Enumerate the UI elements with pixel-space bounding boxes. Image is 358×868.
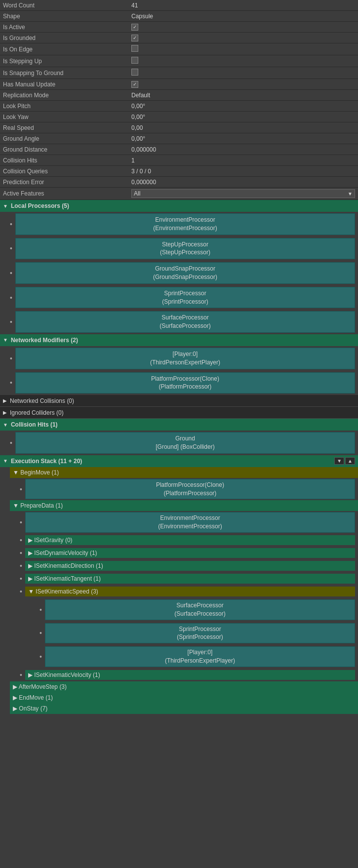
properties-list: Word Count41ShapeCapsuleIs ActiveIs Grou… xyxy=(0,0,358,200)
sub-header-label: ▶ EndMove (1) xyxy=(13,694,53,701)
execution-sub-header[interactable]: ▼ PrepareData (1) xyxy=(10,500,358,511)
property-label: Is Grounded xyxy=(3,35,131,41)
processor-item[interactable]: [Player:0](ThirdPersonExpertPlayer) xyxy=(15,348,355,369)
checkbox[interactable] xyxy=(131,69,138,76)
property-label: Real Speed xyxy=(3,124,131,131)
property-row: Ground Angle0,00° xyxy=(0,133,358,144)
bullet-icon: • xyxy=(10,355,12,362)
processor-item[interactable]: GroundSnapProcessor(GroundSnapProcessor) xyxy=(15,262,355,284)
ignored-colliders-header[interactable]: ▶Ignored Colliders (0) xyxy=(0,407,358,419)
networked-modifiers-header[interactable]: ▼Networked Modifiers (2) xyxy=(0,334,358,346)
bullet-icon: • xyxy=(40,629,42,637)
networked-collisions-header[interactable]: ▶Networked Collisions (0) xyxy=(0,395,358,407)
property-value: 1 xyxy=(131,157,355,164)
section-title: Networked Modifiers (2) xyxy=(11,337,78,344)
bullet-icon: • xyxy=(40,653,42,661)
property-label: Look Pitch xyxy=(3,103,131,110)
collision-hits-header[interactable]: ▼Collision Hits (1) xyxy=(0,419,358,431)
property-value xyxy=(131,57,355,65)
property-value xyxy=(131,45,355,53)
execution-sub-header[interactable]: ▶ OnStay (7) xyxy=(10,703,358,714)
processor-sub-item[interactable]: EnvironmentProcessor(EnvironmentProcesso… xyxy=(25,512,355,533)
sub-header-label: ▶ OnStay (7) xyxy=(13,705,47,712)
deep-processor-item[interactable]: [Player:0](ThirdPersonExpertPlayer) xyxy=(45,646,355,667)
list-item: •StepUpProcessor(StepUpProcessor) xyxy=(0,237,358,261)
sub-sub-header-inner[interactable]: ▶ ISetDynamicVelocity (1) xyxy=(25,548,355,558)
list-item: •Ground[Ground] (BoxCollider) xyxy=(0,431,358,455)
section-title: Collision Hits (1) xyxy=(11,421,58,428)
property-value: 3 / 0 / 0 xyxy=(131,168,355,175)
section-title: Local Processors (5) xyxy=(11,202,69,209)
property-label: Collision Queries xyxy=(3,168,131,175)
sub-sub-row: •▶ ISetKinematicVelocity (1) xyxy=(0,669,358,681)
processor-item[interactable]: SurfaceProcessor(SurfaceProcessor) xyxy=(15,311,355,333)
sub-sub-header-inner[interactable]: ▶ ISetKinematicVelocity (1) xyxy=(25,670,355,680)
execution-sub-header[interactable]: ▶ AfterMoveStep (3) xyxy=(10,681,358,692)
property-row: Has Manual Update xyxy=(0,79,358,90)
property-row: Active FeaturesAll▼ xyxy=(0,188,358,200)
property-label: Active Features xyxy=(3,190,131,197)
processor-item[interactable]: SprintProcessor(SprintProcessor) xyxy=(15,287,355,309)
scroll-down-button[interactable]: ▼ xyxy=(334,457,344,465)
expand-arrow-icon: ▶ xyxy=(3,398,7,403)
property-value: 0,00° xyxy=(131,135,355,142)
property-label: Has Manual Update xyxy=(3,81,131,88)
property-label: Prediction Error xyxy=(3,179,131,186)
processor-item[interactable]: PlatformProcessor(Clone)(PlatformProcess… xyxy=(15,372,355,394)
sub-sub-header-inner[interactable]: ▼ ISetKinematicSpeed (3) xyxy=(25,587,355,596)
checkbox[interactable] xyxy=(131,57,138,64)
property-value: Default xyxy=(131,92,355,99)
execution-stack-header[interactable]: ▼Execution Stack (11 + 20)▼▲ xyxy=(0,455,358,467)
processor-item[interactable]: EnvironmentProcessor(EnvironmentProcesso… xyxy=(15,213,355,235)
deep-list-item: •[Player:0](ThirdPersonExpertPlayer) xyxy=(0,645,358,669)
section-title: Execution Stack (11 + 20) xyxy=(11,458,82,465)
property-value: 0,00° xyxy=(131,103,355,110)
bullet-icon: • xyxy=(10,220,12,228)
property-value: 0,000000 xyxy=(131,179,355,186)
sub-sub-header-inner[interactable]: ▶ ISetGravity (0) xyxy=(25,535,355,545)
collapse-arrow-icon: ▼ xyxy=(3,458,8,464)
property-value xyxy=(131,69,355,77)
property-row: Is Snapping To Ground xyxy=(0,67,358,79)
deep-processor-item[interactable]: SurfaceProcessor(SurfaceProcessor) xyxy=(45,599,355,620)
execution-sub-header[interactable]: ▶ EndMove (1) xyxy=(10,692,358,703)
deep-processor-item[interactable]: SprintProcessor(SprintProcessor) xyxy=(45,623,355,644)
deep-list-item: •SurfaceProcessor(SurfaceProcessor) xyxy=(0,598,358,622)
list-item: •SprintProcessor(SprintProcessor) xyxy=(0,285,358,310)
checkbox[interactable] xyxy=(131,35,138,41)
processor-item[interactable]: StepUpProcessor(StepUpProcessor) xyxy=(15,238,355,260)
sub-sub-header-inner[interactable]: ▶ ISetKinematicTangent (1) xyxy=(25,574,355,584)
sub-sub-header-inner[interactable]: ▶ ISetKinematicDirection (1) xyxy=(25,561,355,571)
property-label: Is On Edge xyxy=(3,46,131,53)
list-item: •PlatformProcessor(Clone)(PlatformProces… xyxy=(0,371,358,395)
section-title: Networked Collisions (0) xyxy=(10,397,74,404)
list-item: •GroundSnapProcessor(GroundSnapProcessor… xyxy=(0,261,358,285)
dropdown[interactable]: All▼ xyxy=(131,189,355,198)
scroll-up-button[interactable]: ▲ xyxy=(345,457,355,465)
checkbox[interactable] xyxy=(131,24,138,31)
property-value: 0,00 xyxy=(131,124,355,131)
sub-header-label: ▶ AfterMoveStep (3) xyxy=(13,683,67,690)
bullet-icon: • xyxy=(20,485,22,493)
property-value xyxy=(131,34,355,41)
checkbox[interactable] xyxy=(131,81,138,88)
collapse-arrow-icon: ▼ xyxy=(3,203,8,209)
checkbox[interactable] xyxy=(131,45,138,52)
property-row: Is On Edge xyxy=(0,43,358,55)
sub-header-label: ▼ PrepareData (1) xyxy=(13,502,63,509)
bullet-icon: • xyxy=(10,294,12,302)
processor-item[interactable]: Ground[Ground] (BoxCollider) xyxy=(15,432,355,454)
local-processors-header[interactable]: ▼Local Processors (5) xyxy=(0,200,358,212)
sub-sub-row: •▶ ISetKinematicTangent (1) xyxy=(0,572,358,585)
bullet-icon: • xyxy=(20,562,22,570)
bullet-icon: • xyxy=(40,606,42,614)
bullet-icon: • xyxy=(20,549,22,557)
bullet-icon: • xyxy=(10,379,12,387)
bullet-icon: • xyxy=(20,671,22,679)
processor-sub-item[interactable]: PlatformProcessor(Clone)(PlatformProcess… xyxy=(25,479,355,500)
property-row: Prediction Error0,000000 xyxy=(0,177,358,188)
bullet-icon: • xyxy=(20,588,22,595)
property-label: Look Yaw xyxy=(3,114,131,120)
property-label: Word Count xyxy=(3,2,131,9)
execution-sub-header[interactable]: ▼ BeginMove (1) xyxy=(10,467,358,478)
